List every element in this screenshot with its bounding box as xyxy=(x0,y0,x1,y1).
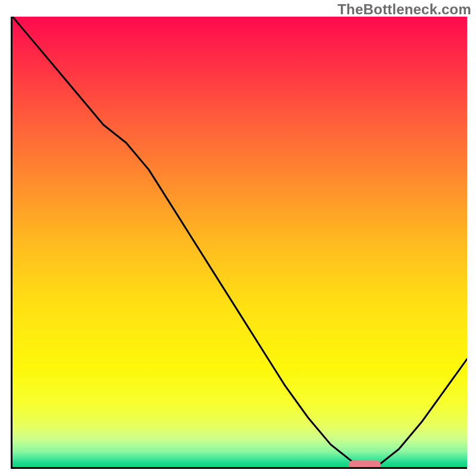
chart-canvas: TheBottleneck.com xyxy=(0,0,476,476)
bottleneck-curve-path xyxy=(12,17,467,467)
curve-svg xyxy=(12,17,467,467)
plot-area xyxy=(11,17,467,469)
watermark-text: TheBottleneck.com xyxy=(337,1,471,18)
optimal-range-marker xyxy=(349,461,380,469)
